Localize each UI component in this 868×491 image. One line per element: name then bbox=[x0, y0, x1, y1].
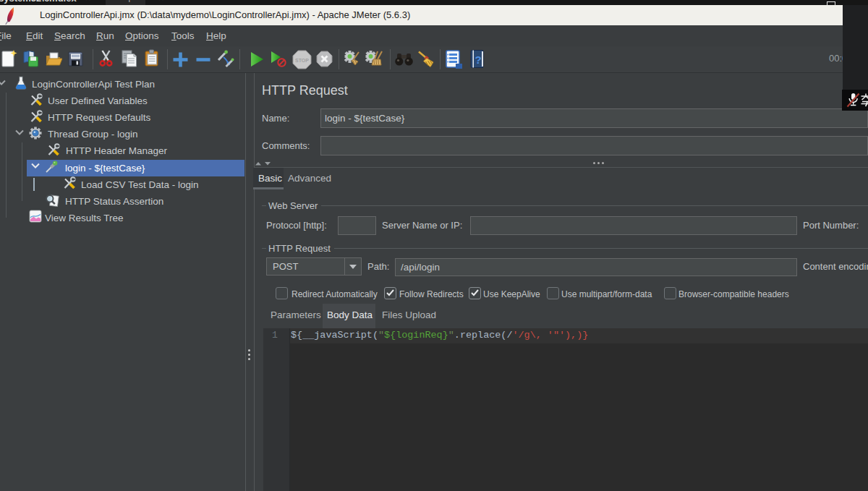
svg-text:STOP: STOP bbox=[295, 58, 309, 63]
svg-text:?: ? bbox=[475, 54, 481, 66]
